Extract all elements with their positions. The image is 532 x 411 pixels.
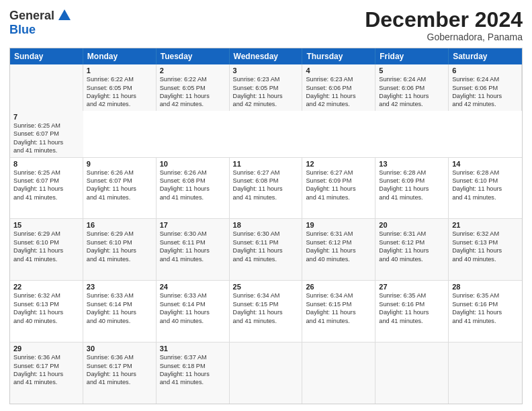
- calendar-cell-day-15: 15Sunrise: 6:29 AM Sunset: 6:10 PM Dayli…: [10, 219, 83, 280]
- day-number: 30: [87, 345, 152, 353]
- calendar-cell-day-31: 31Sunrise: 6:37 AM Sunset: 6:18 PM Dayli…: [157, 342, 230, 404]
- day-number: 5: [379, 66, 445, 75]
- cell-sun-info: Sunrise: 6:24 AM Sunset: 6:06 PM Dayligh…: [452, 75, 518, 109]
- calendar-cell-day-12: 12Sunrise: 6:27 AM Sunset: 6:09 PM Dayli…: [302, 158, 375, 219]
- day-number: 23: [87, 283, 152, 291]
- cell-sun-info: Sunrise: 6:34 AM Sunset: 6:15 PM Dayligh…: [306, 291, 371, 325]
- location-subtitle: Gobernadora, Panama: [365, 32, 523, 42]
- day-number: 12: [306, 160, 371, 168]
- cell-sun-info: Sunrise: 6:28 AM Sunset: 6:09 PM Dayligh…: [379, 169, 445, 202]
- calendar-header-cell-wednesday: Wednesday: [230, 48, 303, 64]
- day-number: 15: [13, 221, 79, 229]
- day-number: 31: [160, 345, 226, 353]
- calendar-cell-day-6: 6Sunrise: 6:24 AM Sunset: 6:06 PM Daylig…: [449, 64, 522, 111]
- calendar-row-1: 1Sunrise: 6:22 AM Sunset: 6:05 PM Daylig…: [10, 64, 522, 156]
- calendar-cell-day-29: 29Sunrise: 6:36 AM Sunset: 6:17 PM Dayli…: [10, 342, 83, 404]
- cell-sun-info: Sunrise: 6:29 AM Sunset: 6:10 PM Dayligh…: [13, 230, 79, 263]
- day-number: 8: [13, 160, 79, 168]
- day-number: 2: [160, 66, 226, 75]
- calendar-header-cell-monday: Monday: [83, 48, 157, 64]
- cell-sun-info: Sunrise: 6:33 AM Sunset: 6:14 PM Dayligh…: [87, 291, 152, 325]
- calendar-cell-day-4: 4Sunrise: 6:23 AM Sunset: 6:06 PM Daylig…: [302, 64, 375, 111]
- calendar-cell-day-22: 22Sunrise: 6:32 AM Sunset: 6:13 PM Dayli…: [10, 281, 83, 342]
- cell-sun-info: Sunrise: 6:35 AM Sunset: 6:16 PM Dayligh…: [379, 291, 445, 325]
- day-number: 3: [233, 66, 299, 75]
- day-number: 27: [379, 283, 445, 291]
- day-number: 9: [87, 160, 152, 168]
- logo-blue-text: Blue: [9, 23, 36, 37]
- calendar-header-cell-saturday: Saturday: [449, 48, 522, 64]
- calendar-cell-day-18: 18Sunrise: 6:30 AM Sunset: 6:11 PM Dayli…: [230, 219, 303, 280]
- cell-sun-info: Sunrise: 6:27 AM Sunset: 6:08 PM Dayligh…: [233, 169, 299, 202]
- cell-sun-info: Sunrise: 6:25 AM Sunset: 6:07 PM Dayligh…: [13, 169, 79, 202]
- month-title: December 2024: [365, 8, 523, 32]
- cell-sun-info: Sunrise: 6:30 AM Sunset: 6:11 PM Dayligh…: [160, 230, 226, 263]
- cell-sun-info: Sunrise: 6:37 AM Sunset: 6:18 PM Dayligh…: [160, 353, 226, 387]
- cell-sun-info: Sunrise: 6:34 AM Sunset: 6:15 PM Dayligh…: [233, 291, 299, 325]
- cell-sun-info: Sunrise: 6:22 AM Sunset: 6:05 PM Dayligh…: [87, 75, 152, 109]
- svg-marker-0: [58, 9, 71, 20]
- cell-sun-info: Sunrise: 6:32 AM Sunset: 6:13 PM Dayligh…: [13, 291, 79, 325]
- calendar-header-cell-tuesday: Tuesday: [157, 48, 230, 64]
- calendar-cell-day-11: 11Sunrise: 6:27 AM Sunset: 6:08 PM Dayli…: [230, 158, 303, 219]
- header: General Blue December 2024 Gobernadora, …: [9, 8, 523, 42]
- calendar-cell-empty: [230, 342, 303, 404]
- calendar-cell-day-20: 20Sunrise: 6:31 AM Sunset: 6:12 PM Dayli…: [375, 219, 449, 280]
- calendar-cell-day-5: 5Sunrise: 6:24 AM Sunset: 6:06 PM Daylig…: [375, 64, 449, 111]
- calendar-row-3: 15Sunrise: 6:29 AM Sunset: 6:10 PM Dayli…: [10, 218, 522, 280]
- logo-icon: [57, 8, 72, 23]
- day-number: 19: [306, 221, 371, 229]
- calendar-cell-day-30: 30Sunrise: 6:36 AM Sunset: 6:17 PM Dayli…: [83, 342, 157, 404]
- calendar-row-4: 22Sunrise: 6:32 AM Sunset: 6:13 PM Dayli…: [10, 280, 522, 342]
- calendar-header: SundayMondayTuesdayWednesdayThursdayFrid…: [10, 48, 522, 64]
- calendar-cell-empty: [302, 342, 375, 404]
- calendar-cell-day-28: 28Sunrise: 6:35 AM Sunset: 6:16 PM Dayli…: [449, 281, 522, 342]
- cell-sun-info: Sunrise: 6:26 AM Sunset: 6:08 PM Dayligh…: [160, 169, 226, 202]
- page: General Blue December 2024 Gobernadora, …: [0, 0, 532, 411]
- calendar-cell-day-2: 2Sunrise: 6:22 AM Sunset: 6:05 PM Daylig…: [157, 64, 230, 111]
- day-number: 29: [13, 345, 79, 353]
- day-number: 6: [452, 66, 518, 75]
- day-number: 10: [160, 160, 226, 168]
- calendar-cell-day-13: 13Sunrise: 6:28 AM Sunset: 6:09 PM Dayli…: [375, 158, 449, 219]
- day-number: 20: [379, 221, 445, 229]
- calendar-cell-day-26: 26Sunrise: 6:34 AM Sunset: 6:15 PM Dayli…: [302, 281, 375, 342]
- cell-sun-info: Sunrise: 6:33 AM Sunset: 6:14 PM Dayligh…: [160, 291, 226, 325]
- cell-sun-info: Sunrise: 6:29 AM Sunset: 6:10 PM Dayligh…: [87, 230, 152, 263]
- day-number: 7: [13, 113, 80, 121]
- calendar-cell-day-16: 16Sunrise: 6:29 AM Sunset: 6:10 PM Dayli…: [83, 219, 157, 280]
- cell-sun-info: Sunrise: 6:24 AM Sunset: 6:06 PM Dayligh…: [379, 75, 445, 109]
- cell-sun-info: Sunrise: 6:35 AM Sunset: 6:16 PM Dayligh…: [452, 291, 519, 325]
- calendar-cell-empty: [449, 342, 522, 404]
- calendar-cell-day-10: 10Sunrise: 6:26 AM Sunset: 6:08 PM Dayli…: [157, 158, 230, 219]
- calendar-cell-day-8: 8Sunrise: 6:25 AM Sunset: 6:07 PM Daylig…: [10, 158, 83, 219]
- cell-sun-info: Sunrise: 6:32 AM Sunset: 6:13 PM Dayligh…: [452, 230, 519, 263]
- day-number: 14: [452, 160, 519, 168]
- day-number: 24: [160, 283, 226, 291]
- calendar-cell-day-23: 23Sunrise: 6:33 AM Sunset: 6:14 PM Dayli…: [83, 281, 157, 342]
- day-number: 17: [160, 221, 226, 229]
- calendar-cell-day-25: 25Sunrise: 6:34 AM Sunset: 6:15 PM Dayli…: [230, 281, 303, 342]
- calendar-body: 1Sunrise: 6:22 AM Sunset: 6:05 PM Daylig…: [10, 64, 522, 404]
- calendar-cell-day-24: 24Sunrise: 6:33 AM Sunset: 6:14 PM Dayli…: [157, 281, 230, 342]
- calendar-cell-day-21: 21Sunrise: 6:32 AM Sunset: 6:13 PM Dayli…: [449, 219, 522, 280]
- calendar-cell-empty: [10, 64, 83, 111]
- day-number: 25: [233, 283, 299, 291]
- calendar-header-cell-sunday: Sunday: [10, 48, 83, 64]
- day-number: 21: [452, 221, 519, 229]
- calendar-cell-day-19: 19Sunrise: 6:31 AM Sunset: 6:12 PM Dayli…: [302, 219, 375, 280]
- day-number: 13: [379, 160, 445, 168]
- cell-sun-info: Sunrise: 6:22 AM Sunset: 6:05 PM Dayligh…: [160, 75, 226, 109]
- cell-sun-info: Sunrise: 6:28 AM Sunset: 6:10 PM Dayligh…: [452, 169, 519, 202]
- calendar-cell-empty: [375, 342, 449, 404]
- day-number: 1: [87, 66, 152, 75]
- logo-text: General: [9, 8, 72, 23]
- cell-sun-info: Sunrise: 6:27 AM Sunset: 6:09 PM Dayligh…: [306, 169, 371, 202]
- day-number: 22: [13, 283, 79, 291]
- logo: General Blue: [9, 8, 72, 37]
- cell-sun-info: Sunrise: 6:31 AM Sunset: 6:12 PM Dayligh…: [306, 230, 371, 263]
- cell-sun-info: Sunrise: 6:36 AM Sunset: 6:17 PM Dayligh…: [13, 353, 79, 387]
- day-number: 28: [452, 283, 519, 291]
- day-number: 4: [306, 66, 371, 75]
- cell-sun-info: Sunrise: 6:23 AM Sunset: 6:05 PM Dayligh…: [233, 75, 299, 109]
